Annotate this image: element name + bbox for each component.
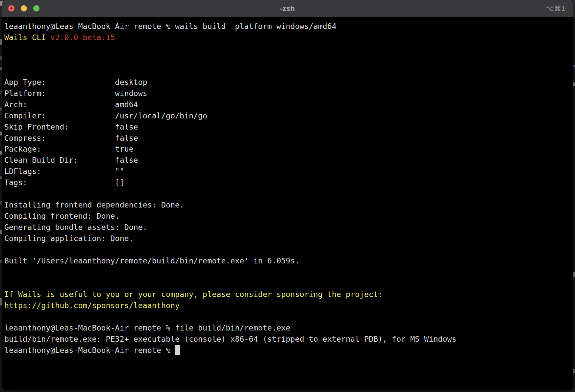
terminal-line (4, 278, 571, 289)
window-title: -zsh (280, 4, 295, 13)
terminal-text-segment: Wails CLI (4, 33, 50, 42)
terminal-text-segment: Package: true (4, 144, 134, 153)
terminal-line (4, 65, 571, 77)
terminal-line: https://github.com/sponsors/leaanthony (4, 300, 571, 311)
terminal-text-segment: Compiler: /usr/local/go/bin/go (4, 111, 207, 120)
terminal-text-segment: Compiling frontend: Done. (4, 211, 120, 220)
terminal-text-segment: Skip Frontend: false (4, 122, 138, 131)
terminal-text-segment: LDFlags: "" (4, 167, 124, 176)
terminal-text-segment: leaanthony@Leas-MacBook-Air remote % (4, 346, 175, 355)
terminal-line: Installing frontend dependencies: Done. (4, 199, 571, 210)
terminal-line: Platform: windows (4, 88, 571, 99)
terminal-line: build/bin/remote.exe: PE32+ executable (… (4, 333, 571, 345)
terminal-cursor (175, 345, 180, 355)
terminal-line: leaanthony@Leas-MacBook-Air remote % fil… (4, 322, 571, 333)
terminal-text-segment: https://github.com/sponsors/leaanthony (4, 301, 180, 310)
terminal-text-segment: Built '/Users/leaanthony/remote/build/bi… (4, 256, 300, 265)
window-controls (8, 0, 39, 17)
occluded-window-fragment (0, 91, 2, 94)
terminal-line (4, 43, 571, 54)
desktop-background: -zsh ⌥⌘1 leaanthony@Leas-MacBook-Air rem… (0, 0, 575, 392)
terminal-text-segment: Compress: false (4, 134, 138, 142)
occluded-window-fragment (0, 298, 2, 306)
terminal-line (4, 188, 571, 199)
terminal-line (4, 244, 571, 255)
occluded-window-fragment (0, 176, 2, 179)
terminal-line: Clean Build Dir: false (4, 155, 571, 166)
terminal-text-segment: Clean Build Dir: false (4, 156, 138, 164)
terminal-text-segment: Generating bundle assets: Done. (4, 223, 147, 232)
terminal-text-segment: Compiling application: Done. (4, 234, 134, 243)
terminal-line (4, 311, 571, 322)
occluded-window-fragment (573, 83, 575, 86)
terminal-window: -zsh ⌥⌘1 leaanthony@Leas-MacBook-Air rem… (2, 0, 573, 390)
terminal-line: Tags: [] (4, 177, 571, 188)
occluded-window-fragment (0, 230, 2, 234)
occluded-window-fragment (0, 67, 2, 70)
terminal-line: Package: true (4, 143, 571, 155)
titlebar[interactable]: -zsh ⌥⌘1 (2, 0, 573, 17)
terminal-line: Wails CLI v2.0.0-beta.15 (4, 32, 571, 43)
terminal-line: Compiler: /usr/local/go/bin/go (4, 110, 571, 121)
terminal-text-segment: App Type: desktop (4, 78, 147, 86)
terminal-text-segment: If Wails is useful to you or your compan… (4, 290, 383, 299)
terminal-text-segment: leaanthony@Leas-MacBook-Air remote % wai… (4, 22, 337, 31)
terminal-text-segment: Tags: [] (4, 178, 124, 187)
terminal-line: Compress: false (4, 133, 571, 144)
zoom-button[interactable] (33, 5, 39, 12)
terminal-line: Compiling frontend: Done. (4, 210, 571, 222)
occluded-window-fragment (0, 56, 2, 60)
occluded-window-fragment (0, 132, 2, 135)
terminal-line: If Wails is useful to you or your compan… (4, 289, 571, 300)
terminal-line (4, 266, 571, 278)
terminal-line: leaanthony@Leas-MacBook-Air remote % (4, 345, 571, 356)
occluded-window-fragment (573, 65, 575, 67)
terminal-line: leaanthony@Leas-MacBook-Air remote % wai… (4, 21, 571, 32)
terminal-output[interactable]: leaanthony@Leas-MacBook-Air remote % wai… (2, 17, 573, 356)
terminal-text-segment: Platform: windows (4, 89, 147, 98)
occluded-window-fragment (0, 201, 2, 205)
terminal-line (4, 54, 571, 65)
occluded-window-fragment (573, 369, 575, 373)
terminal-line: Generating bundle assets: Done. (4, 222, 571, 233)
terminal-text-segment: Installing frontend dependencies: Done. (4, 200, 184, 209)
occluded-window-fragment (0, 151, 2, 155)
tab-shortcut-badge: ⌥⌘1 (546, 0, 565, 17)
terminal-line: Built '/Users/leaanthony/remote/build/bi… (4, 255, 571, 266)
terminal-text-segment: v2.0.0-beta.15 (50, 33, 115, 42)
terminal-text-segment: build/bin/remote.exe: PE32+ executable (… (4, 334, 457, 343)
occluded-window-fragment (0, 260, 2, 263)
terminal-line: Compiling application: Done. (4, 233, 571, 244)
minimize-button[interactable] (21, 5, 27, 12)
terminal-text-segment: Arch: amd64 (4, 100, 138, 109)
close-button-dot-icon (10, 7, 12, 10)
occluded-window-fragment (0, 108, 2, 110)
terminal-text-segment: leaanthony@Leas-MacBook-Air remote % fil… (4, 323, 290, 332)
close-button[interactable] (8, 5, 14, 12)
occluded-window-fragment (573, 272, 575, 277)
terminal-line: App Type: desktop (4, 77, 571, 88)
terminal-line: Skip Frontend: false (4, 121, 571, 133)
terminal-line: Arch: amd64 (4, 99, 571, 110)
terminal-line: LDFlags: "" (4, 166, 571, 177)
occluded-window-fragment (0, 39, 2, 45)
